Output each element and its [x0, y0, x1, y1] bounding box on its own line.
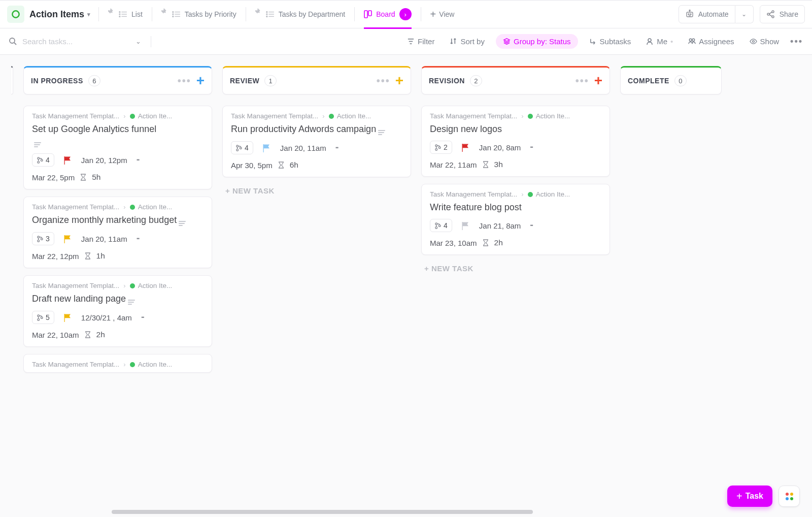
page-title[interactable]: Action Items ▾ [29, 9, 90, 20]
due-date[interactable]: Jan 20, 11am [280, 144, 326, 152]
search-input[interactable] [21, 37, 123, 46]
board-columns: IN PROGRESS 6 •••+ Task Management Templ… [11, 66, 722, 373]
column-header[interactable]: IN PROGRESS 6 •••+ [23, 66, 212, 94]
tab-list[interactable]: List [101, 0, 150, 28]
column-header[interactable]: COMPLETE 0 [620, 66, 722, 94]
subtasks-icon [589, 38, 597, 45]
priority-flag-icon[interactable] [461, 143, 470, 152]
priority-flag-icon[interactable] [63, 156, 72, 165]
column-more-icon[interactable]: ••• [576, 75, 589, 87]
start-date[interactable]: Mar 22, 11am [430, 160, 477, 169]
subtask-count-pill[interactable]: 4 [231, 141, 253, 154]
column-title: REVISION [429, 77, 465, 85]
automate-button[interactable]: Automate [679, 5, 735, 23]
task-breadcrumb[interactable]: Task Management Templat... › Action Ite.… [231, 112, 402, 120]
priority-flag-icon[interactable] [461, 221, 470, 230]
subtask-count-pill[interactable]: 2 [430, 141, 452, 154]
next-tab-icon[interactable]: › [399, 8, 412, 20]
start-date[interactable]: Mar 22, 12pm [32, 252, 79, 261]
add-task-button[interactable]: + NEW TASK [222, 186, 411, 195]
task-card[interactable]: Task Management Templat... › Action Ite.… [23, 106, 212, 189]
subtask-count-pill[interactable]: 4 [32, 153, 54, 167]
start-date[interactable]: Mar 22, 5pm [32, 173, 75, 182]
filter-icon [407, 38, 415, 45]
sort-icon [450, 38, 457, 45]
sort-chip[interactable]: Sort by [446, 36, 489, 47]
column-count-badge: 2 [470, 75, 482, 86]
show-chip[interactable]: Show [746, 36, 784, 47]
column-header[interactable]: REVIEW 1 •••+ [222, 66, 411, 94]
task-card[interactable]: Task Management Templat... › Action Ite.… [23, 354, 212, 373]
column-add-icon[interactable]: + [196, 74, 205, 88]
due-date[interactable]: Jan 20, 12pm [81, 156, 127, 165]
apps-fab[interactable] [779, 486, 800, 507]
task-breadcrumb[interactable]: Task Management Templat... › Action Ite.… [430, 112, 601, 120]
eye-icon [750, 38, 757, 45]
me-chip[interactable]: Me • [642, 36, 677, 47]
branch-icon [37, 157, 43, 164]
share-icon [766, 10, 775, 19]
cards-list: Task Management Templat... › Action Ite.… [421, 106, 610, 255]
subtask-count: 2 [444, 143, 448, 151]
group-chip[interactable]: Group by: Status [496, 34, 578, 49]
task-breadcrumb[interactable]: Task Management Templat... › Action Ite.… [32, 361, 204, 368]
subtask-count-pill[interactable]: 3 [32, 232, 54, 245]
column-more-icon[interactable]: ••• [178, 75, 191, 87]
due-date[interactable]: Jan 20, 11am [81, 235, 127, 243]
task-breadcrumb[interactable]: Task Management Templat... › Action Ite.… [430, 190, 601, 198]
time-estimate: 1h [96, 251, 105, 261]
column-title: REVIEW [230, 77, 259, 85]
column-header[interactable]: REVISION 2 •••+ [421, 66, 610, 94]
column-count-badge: 0 [674, 75, 687, 86]
due-date[interactable]: Jan 21, 8am [479, 221, 521, 230]
chevron-down-icon[interactable]: ⌄ [136, 38, 141, 45]
column-add-icon[interactable]: + [395, 74, 403, 88]
automate-dropdown-button[interactable]: ⌄ [735, 5, 754, 23]
filter-chip[interactable]: Filter [403, 36, 438, 47]
start-date[interactable]: Mar 22, 10am [32, 331, 79, 339]
task-breadcrumb[interactable]: Task Management Templat... › Action Ite.… [32, 282, 204, 289]
more-icon[interactable]: ••• [790, 36, 803, 47]
add-view-button[interactable]: + View [423, 0, 462, 28]
task-breadcrumb[interactable]: Task Management Templat... › Action Ite.… [32, 203, 204, 211]
space-avatar-icon[interactable] [7, 6, 24, 23]
subtasks-chip[interactable]: Subtasks [585, 36, 635, 47]
start-date[interactable]: Apr 30, 5pm [231, 161, 273, 170]
share-button[interactable]: Share [760, 5, 805, 23]
time-estimate: 6h [290, 160, 298, 170]
priority-flag-icon[interactable] [63, 235, 72, 243]
due-date[interactable]: 12/30/21 , 4am [81, 313, 132, 322]
priority-flag-icon[interactable] [63, 313, 72, 322]
divider [246, 7, 246, 21]
search-container: ⌄ [9, 37, 146, 46]
assignees-chip[interactable]: Assignees [684, 36, 738, 47]
tab-department[interactable]: Tasks by Department [248, 0, 353, 28]
priority-flag-icon[interactable] [262, 144, 271, 152]
task-card[interactable]: Task Management Templat... › Action Ite.… [421, 184, 610, 255]
hourglass-icon [84, 252, 91, 260]
task-breadcrumb[interactable]: Task Management Templat... › Action Ite.… [32, 112, 204, 120]
divider [354, 7, 355, 21]
chevron-right-icon: › [123, 361, 125, 368]
task-card[interactable]: Task Management Templat... › Action Ite.… [222, 106, 411, 177]
task-card[interactable]: Task Management Templat... › Action Ite.… [23, 197, 212, 268]
subtask-count-pill[interactable]: 4 [430, 219, 452, 232]
subtask-count-pill[interactable]: 5 [32, 311, 54, 324]
due-date[interactable]: Jan 20, 8am [479, 143, 521, 152]
divider [421, 7, 421, 21]
task-card[interactable]: Task Management Templat... › Action Ite.… [421, 106, 610, 177]
board-view-icon [364, 10, 372, 18]
add-task-button[interactable]: + NEW TASK [421, 264, 610, 273]
task-title: Run productivity Adwords campaign [231, 123, 402, 136]
branch-icon [434, 144, 441, 151]
tab-board[interactable]: Board › [357, 0, 418, 28]
floating-actions: + Task [727, 486, 800, 507]
tab-priority[interactable]: Tasks by Priority [154, 0, 244, 28]
column-more-icon[interactable]: ••• [377, 75, 390, 87]
new-task-fab[interactable]: + Task [727, 486, 772, 507]
dash-icon: - [530, 141, 533, 151]
column-add-icon[interactable]: + [594, 74, 602, 88]
task-card[interactable]: Task Management Templat... › Action Ite.… [23, 275, 212, 347]
start-date[interactable]: Mar 23, 10am [430, 239, 477, 247]
horizontal-scrollbar[interactable] [112, 510, 533, 514]
